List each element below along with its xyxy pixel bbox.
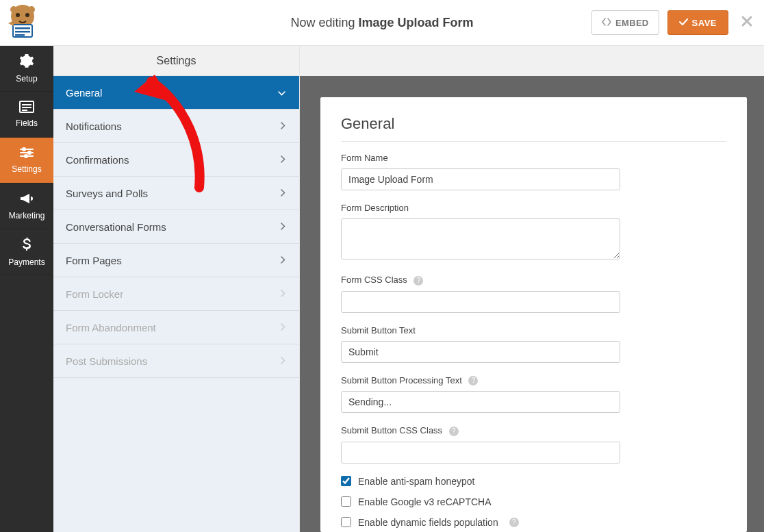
help-icon[interactable]: ? bbox=[509, 518, 519, 527]
main-header-strip bbox=[300, 46, 764, 76]
field-form-name: Form Name bbox=[341, 153, 620, 190]
svg-rect-6 bbox=[15, 27, 30, 29]
check-recaptcha-row: Enable Google v3 reCAPTCHA bbox=[341, 496, 726, 507]
settings-item-surveys[interactable]: Surveys and Polls bbox=[53, 177, 299, 210]
chevron-right-icon bbox=[281, 188, 285, 199]
settings-item-formlocker[interactable]: Form Locker bbox=[53, 277, 299, 311]
settings-item-label: Conversational Forms bbox=[66, 221, 166, 233]
rail-settings[interactable]: Settings bbox=[0, 138, 53, 183]
settings-list: General Notifications Confirmations Surv… bbox=[53, 76, 299, 532]
check-dynamic-row: Enable dynamic fields population ? bbox=[341, 517, 726, 528]
check-dynamic[interactable] bbox=[341, 517, 351, 527]
list-icon bbox=[19, 101, 34, 116]
field-submit-processing: Submit Button Processing Text ? bbox=[341, 375, 620, 414]
top-bar: Now editing Image Upload Form EMBED SAVE bbox=[0, 0, 764, 46]
embed-button[interactable]: EMBED bbox=[591, 10, 659, 35]
svg-point-16 bbox=[28, 151, 31, 154]
close-icon[interactable] bbox=[741, 14, 753, 31]
chevron-right-icon bbox=[281, 121, 285, 131]
svg-point-18 bbox=[25, 155, 27, 157]
settings-item-formpages[interactable]: Form Pages bbox=[53, 244, 299, 277]
settings-item-label: Surveys and Polls bbox=[66, 188, 148, 199]
input-form-name[interactable] bbox=[341, 168, 620, 190]
check-recaptcha[interactable] bbox=[341, 496, 351, 507]
settings-item-label: Post Submissions bbox=[66, 355, 147, 367]
chevron-right-icon bbox=[281, 221, 285, 232]
input-submit-processing[interactable] bbox=[341, 391, 620, 413]
label-submit-css: Submit Button CSS Class ? bbox=[341, 425, 620, 436]
input-submit-text[interactable] bbox=[341, 341, 620, 363]
chevron-right-icon bbox=[281, 154, 285, 165]
check-honeypot-label: Enable anti-spam honeypot bbox=[358, 476, 474, 487]
settings-header: Settings bbox=[53, 46, 299, 76]
chevron-right-icon bbox=[281, 255, 285, 266]
main-panel: General Form Name Form Description Form … bbox=[300, 46, 764, 532]
rail-label: Setup bbox=[16, 74, 37, 84]
save-button[interactable]: SAVE bbox=[667, 10, 728, 35]
check-recaptcha-label: Enable Google v3 reCAPTCHA bbox=[358, 496, 492, 507]
settings-item-label: General bbox=[66, 87, 102, 99]
chevron-right-icon bbox=[281, 322, 285, 333]
svg-point-4 bbox=[28, 6, 35, 13]
settings-item-label: Form Pages bbox=[66, 255, 122, 266]
settings-card: General Form Name Form Description Form … bbox=[320, 97, 747, 532]
check-dynamic-label: Enable dynamic fields population bbox=[358, 517, 498, 528]
settings-submenu: Settings General Notifications Confirmat… bbox=[53, 46, 300, 532]
bullhorn-icon bbox=[19, 192, 34, 208]
svg-point-14 bbox=[23, 148, 25, 151]
check-honeypot[interactable] bbox=[341, 476, 351, 486]
chevron-right-icon bbox=[281, 355, 285, 366]
rail-fields[interactable]: Fields bbox=[0, 92, 53, 138]
check-honeypot-row: Enable anti-spam honeypot bbox=[341, 476, 726, 487]
wpforms-logo bbox=[3, 3, 42, 41]
field-form-description: Form Description bbox=[341, 203, 620, 262]
save-label: SAVE bbox=[692, 18, 717, 28]
rail-label: Marketing bbox=[9, 211, 45, 220]
settings-item-abandonment[interactable]: Form Abandonment bbox=[53, 311, 299, 344]
help-icon[interactable]: ? bbox=[413, 276, 423, 286]
settings-item-label: Confirmations bbox=[66, 154, 129, 166]
label-form-description: Form Description bbox=[341, 203, 620, 213]
rail-setup[interactable]: Setup bbox=[0, 46, 53, 92]
settings-item-general[interactable]: General bbox=[53, 76, 299, 110]
settings-item-label: Form Abandonment bbox=[66, 322, 156, 333]
panel-heading: General bbox=[341, 115, 726, 142]
svg-rect-7 bbox=[15, 31, 30, 33]
label-submit-text: Submit Button Text bbox=[341, 325, 620, 335]
settings-item-label: Notifications bbox=[66, 121, 122, 132]
rail-payments[interactable]: Payments bbox=[0, 229, 53, 275]
field-submit-text: Submit Button Text bbox=[341, 325, 620, 363]
title-form-name: Image Upload Form bbox=[359, 16, 474, 29]
field-submit-css: Submit Button CSS Class ? bbox=[341, 425, 620, 464]
input-submit-css[interactable] bbox=[341, 442, 620, 464]
settings-item-postsubmissions[interactable]: Post Submissions bbox=[53, 344, 299, 378]
gear-icon bbox=[19, 53, 34, 71]
svg-point-1 bbox=[16, 13, 20, 17]
svg-point-3 bbox=[10, 6, 17, 13]
check-icon bbox=[679, 18, 688, 28]
dollar-icon bbox=[22, 237, 31, 255]
settings-item-notifications[interactable]: Notifications bbox=[53, 110, 299, 143]
label-form-name: Form Name bbox=[341, 153, 620, 163]
rail-label: Payments bbox=[8, 257, 44, 267]
label-submit-processing: Submit Button Processing Text ? bbox=[341, 375, 620, 386]
chevron-right-icon bbox=[281, 288, 285, 299]
help-icon[interactable]: ? bbox=[468, 376, 478, 385]
embed-label: EMBED bbox=[615, 18, 648, 28]
left-rail: Setup Fields Settings Marketing Payments bbox=[0, 46, 53, 532]
rail-marketing[interactable]: Marketing bbox=[0, 183, 53, 229]
sliders-icon bbox=[19, 147, 34, 162]
input-form-css[interactable] bbox=[341, 291, 620, 313]
input-form-description[interactable] bbox=[341, 218, 620, 259]
code-icon bbox=[602, 18, 611, 28]
chevron-down-icon bbox=[278, 87, 285, 98]
rail-label: Settings bbox=[12, 164, 41, 174]
label-form-css: Form CSS Class ? bbox=[341, 275, 620, 286]
rail-label: Fields bbox=[16, 118, 38, 128]
help-icon[interactable]: ? bbox=[449, 427, 459, 436]
svg-rect-8 bbox=[15, 34, 25, 36]
settings-item-confirmations[interactable]: Confirmations bbox=[53, 143, 299, 177]
title-prefix: Now editing bbox=[290, 16, 358, 29]
settings-item-conversational[interactable]: Conversational Forms bbox=[53, 210, 299, 244]
svg-point-2 bbox=[25, 13, 29, 17]
